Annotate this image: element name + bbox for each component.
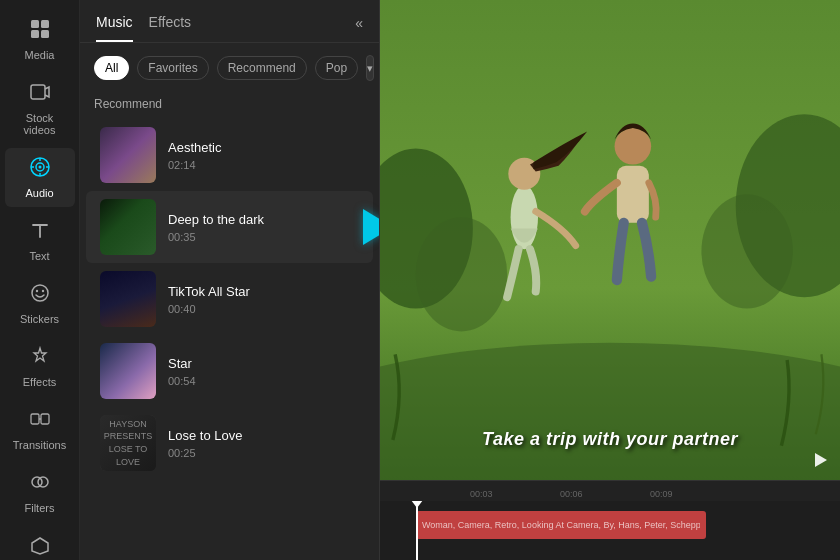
sidebar-item-label-transitions: Transitions — [13, 439, 66, 451]
ruler-tick-2: 00:06 — [560, 481, 583, 501]
filter-dropdown[interactable]: ▾ — [366, 55, 374, 81]
filter-favorites[interactable]: Favorites — [137, 56, 208, 80]
music-thumb-aesthetic — [100, 127, 156, 183]
stickers-icon — [29, 282, 51, 309]
music-info-deep: Deep to the dark 00:35 — [168, 212, 359, 243]
svg-point-29 — [615, 128, 652, 165]
clip-label: Woman, Camera, Retro, Looking At Camera,… — [422, 520, 700, 530]
music-name-tiktok: TikTok All Star — [168, 284, 359, 299]
video-background: Take a trip with your partner — [380, 0, 840, 480]
svg-point-21 — [380, 343, 840, 480]
music-name-aesthetic: Aesthetic — [168, 140, 359, 155]
timeline: 00:03 00:06 00:09 Woman, Camera, Retro, … — [380, 480, 840, 560]
recommend-section-label: Recommend — [80, 93, 379, 119]
music-info-aesthetic: Aesthetic 02:14 — [168, 140, 359, 171]
ruler-label-2: 00:06 — [560, 489, 583, 501]
filters-icon — [29, 471, 51, 498]
music-name-lose: Lose to Love — [168, 428, 359, 443]
play-arrow-indicator — [363, 209, 379, 245]
sidebar-item-transitions[interactable]: Transitions — [5, 400, 75, 459]
sidebar-item-library[interactable]: Library — [5, 526, 75, 560]
svg-rect-3 — [41, 30, 49, 38]
svg-marker-30 — [815, 453, 827, 467]
music-item-aesthetic[interactable]: Aesthetic 02:14 — [86, 119, 373, 191]
sidebar: Media Stock videos Audio — [0, 0, 80, 560]
music-item-star[interactable]: Star 00:54 — [86, 335, 373, 407]
svg-rect-28 — [617, 166, 649, 223]
ruler-label-1: 00:03 — [470, 489, 493, 501]
sidebar-item-label-effects: Effects — [23, 376, 56, 388]
svg-rect-4 — [31, 85, 45, 99]
filter-recommend[interactable]: Recommend — [217, 56, 307, 80]
ruler-tick-1: 00:03 — [470, 481, 493, 501]
music-thumb-deep — [100, 199, 156, 255]
svg-point-18 — [38, 477, 48, 487]
timeline-clip[interactable]: Woman, Camera, Retro, Looking At Camera,… — [416, 511, 706, 539]
sidebar-item-label-text: Text — [29, 250, 49, 262]
effects-icon — [29, 345, 51, 372]
music-name-star: Star — [168, 356, 359, 371]
music-thumb-star — [100, 343, 156, 399]
sidebar-item-media[interactable]: Media — [5, 10, 75, 69]
music-panel: Music Effects « All Favorites Recommend … — [80, 0, 380, 560]
panel-tabs: Music Effects « — [80, 0, 379, 43]
filter-all[interactable]: All — [94, 56, 129, 80]
audio-icon — [29, 156, 51, 183]
transitions-icon — [29, 408, 51, 435]
music-list: Aesthetic 02:14 Deep to the dark 00:35 T… — [80, 119, 379, 560]
main-area: Take a trip with your partner 00:03 00:0… — [380, 0, 840, 560]
timeline-track[interactable]: Woman, Camera, Retro, Looking At Camera,… — [380, 501, 840, 560]
sidebar-item-label-media: Media — [25, 49, 55, 61]
music-duration-lose: 00:25 — [168, 447, 359, 459]
scene-svg — [380, 0, 840, 480]
svg-rect-0 — [31, 20, 39, 28]
music-name-deep: Deep to the dark — [168, 212, 359, 227]
filter-row: All Favorites Recommend Pop ▾ — [80, 43, 379, 93]
music-duration-aesthetic: 02:14 — [168, 159, 359, 171]
stock-videos-icon — [29, 81, 51, 108]
sidebar-item-filters[interactable]: Filters — [5, 463, 75, 522]
collapse-button[interactable]: « — [355, 15, 363, 41]
playhead — [416, 501, 418, 560]
svg-point-25 — [416, 217, 507, 331]
music-thumb-tiktok — [100, 271, 156, 327]
svg-rect-2 — [31, 30, 39, 38]
sidebar-item-label-filters: Filters — [25, 502, 55, 514]
sidebar-item-label-stickers: Stickers — [20, 313, 59, 325]
tab-music[interactable]: Music — [96, 14, 133, 42]
video-caption: Take a trip with your partner — [482, 429, 738, 450]
music-item-tiktok[interactable]: TikTok All Star 00:40 — [86, 263, 373, 335]
timeline-ruler: 00:03 00:06 00:09 — [380, 481, 840, 501]
music-duration-tiktok: 00:40 — [168, 303, 359, 315]
svg-point-24 — [701, 194, 792, 308]
ruler-tick-3: 00:09 — [650, 481, 673, 501]
sidebar-item-label-stock: Stock videos — [11, 112, 69, 136]
library-icon — [29, 534, 51, 560]
music-item-lose-love[interactable]: HAYSONPRESENTSLOSE TO LOVE Lose to Love … — [86, 407, 373, 479]
ruler-label-3: 00:09 — [650, 489, 673, 501]
music-duration-star: 00:54 — [168, 375, 359, 387]
music-info-lose: Lose to Love 00:25 — [168, 428, 359, 459]
play-button-overlay[interactable] — [808, 448, 832, 472]
svg-rect-1 — [41, 20, 49, 28]
tab-effects[interactable]: Effects — [149, 14, 192, 42]
svg-rect-15 — [31, 414, 39, 424]
music-duration-deep: 00:35 — [168, 231, 359, 243]
music-info-star: Star 00:54 — [168, 356, 359, 387]
playhead-head — [411, 501, 423, 508]
text-icon — [29, 219, 51, 246]
svg-rect-16 — [41, 414, 49, 424]
sidebar-item-text[interactable]: Text — [5, 211, 75, 270]
music-item-deep-dark[interactable]: Deep to the dark 00:35 — [86, 191, 373, 263]
svg-point-13 — [35, 290, 37, 292]
sidebar-item-label-audio: Audio — [25, 187, 53, 199]
sidebar-item-audio[interactable]: Audio — [5, 148, 75, 207]
media-icon — [29, 18, 51, 45]
music-info-tiktok: TikTok All Star 00:40 — [168, 284, 359, 315]
svg-point-7 — [38, 166, 41, 169]
sidebar-item-effects[interactable]: Effects — [5, 337, 75, 396]
filter-pop[interactable]: Pop — [315, 56, 358, 80]
sidebar-item-stickers[interactable]: Stickers — [5, 274, 75, 333]
music-thumb-lose: HAYSONPRESENTSLOSE TO LOVE — [100, 415, 156, 471]
sidebar-item-stock-videos[interactable]: Stock videos — [5, 73, 75, 144]
